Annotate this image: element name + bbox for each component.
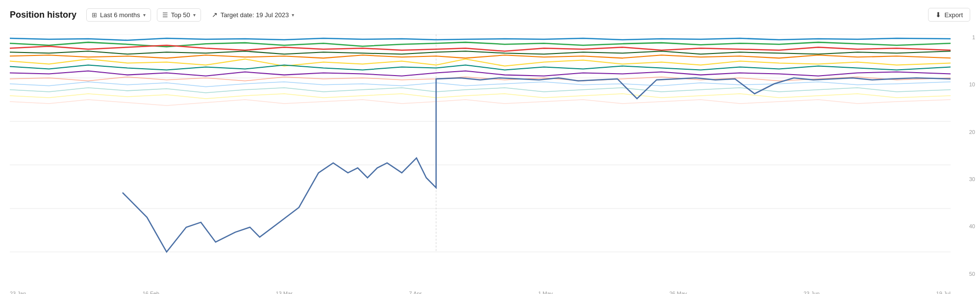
y-label-40: 40 [969,223,975,229]
x-label-may1: 1 May [538,291,553,294]
x-label-jul: 19 Jul [936,291,951,294]
calendar-icon: ⊞ [92,11,97,19]
x-label-feb: 16 Feb [143,291,159,294]
top-chevron-icon: ▾ [193,12,196,18]
export-label: Export [944,11,963,19]
y-label-1: 1 [969,34,975,40]
top-filter-button[interactable]: ☰ Top 50 ▾ [157,8,201,22]
list-icon: ☰ [162,11,168,19]
header: Position history ⊞ Last 6 months ▾ ☰ Top… [0,0,980,29]
y-label-50: 50 [969,271,975,277]
chart-area: 1 10 20 30 40 50 23 Jan 16 Feb 13 Mar 7 … [0,29,980,294]
page-title: Position history [10,10,76,20]
target-date-button[interactable]: ↗ Target date: 19 Jul 2023 ▾ [207,8,300,21]
export-button[interactable]: ⬇ Export [928,8,970,22]
period-label: Last 6 months [100,11,140,19]
app-container: Position history ⊞ Last 6 months ▾ ☰ Top… [0,0,980,294]
export-icon: ⬇ [935,11,941,19]
period-chevron-icon: ▾ [143,12,146,18]
y-axis-labels: 1 10 20 30 40 50 [969,34,975,277]
trend-icon: ↗ [212,11,218,19]
y-label-20: 20 [969,129,975,135]
x-label-may26: 26 May [669,291,687,294]
x-label-mar: 13 Mar [276,291,293,294]
y-label-10: 10 [969,81,975,87]
y-label-30: 30 [969,176,975,182]
position-history-chart [10,34,951,277]
x-label-apr: 7 Apr [409,291,422,294]
target-chevron-icon: ▾ [292,12,294,18]
period-filter-button[interactable]: ⊞ Last 6 months ▾ [86,8,151,22]
x-label-jun: 23 Jun [804,291,820,294]
target-date-label: Target date: 19 Jul 2023 [221,11,289,19]
x-axis-labels: 23 Jan 16 Feb 13 Mar 7 Apr 1 May 26 May … [10,291,951,294]
x-label-jan: 23 Jan [10,291,26,294]
top-label: Top 50 [171,11,190,19]
header-controls: ⊞ Last 6 months ▾ ☰ Top 50 ▾ ↗ Target da… [86,8,299,22]
